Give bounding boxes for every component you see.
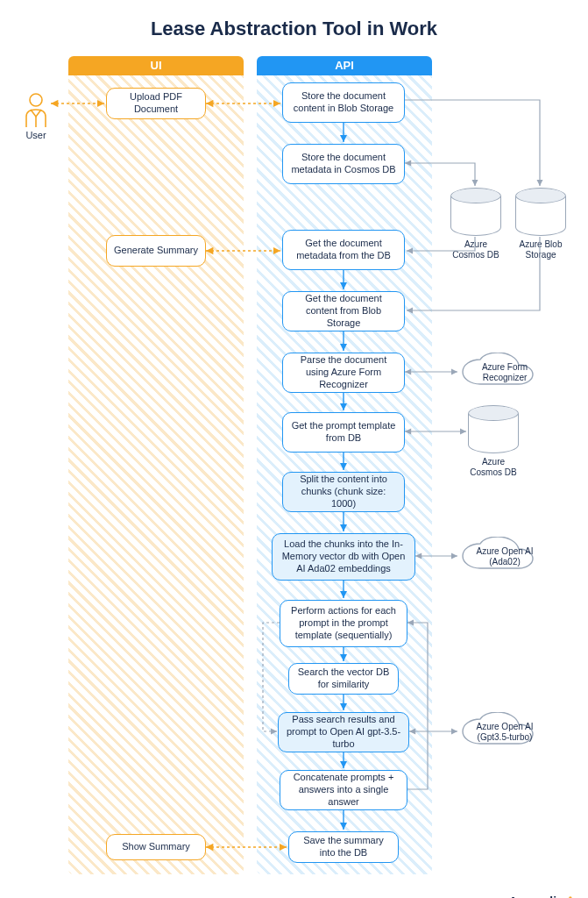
cloud-openai-gpt: Azure Open AI (Gpt3.5-turbo): [459, 712, 550, 751]
db-azure-blob: Azure Blob Storage: [515, 188, 566, 260]
node-parse-doc: Parse the document using Azure Form Reco…: [282, 353, 405, 393]
node-get-content: Get the document content from Blob Stora…: [282, 291, 405, 331]
db-blob-label: Azure Blob Storage: [515, 239, 566, 260]
node-concat-answers: Concatenate prompts + answers into a sin…: [280, 770, 407, 810]
node-show-summary: Show Summary: [106, 834, 206, 860]
node-get-prompt: Get the prompt template from DB: [282, 412, 405, 453]
node-save-summary: Save the summary into the DB: [288, 831, 399, 863]
swimlane-ui: UI: [68, 56, 244, 874]
node-generate-summary: Generate Summary: [106, 235, 206, 267]
diagram-canvas: UI API User Upload PDF Document Generate…: [14, 56, 574, 889]
node-get-meta: Get the document metadata from the DB: [282, 230, 405, 270]
node-store-blob: Store the document content in Blob Stora…: [282, 82, 405, 123]
user-icon: [21, 91, 51, 128]
db-cosmos-label-2: Azure Cosmos DB: [468, 457, 519, 478]
node-upload-pdf: Upload PDF Document: [106, 88, 206, 119]
node-load-vector-db: Load the chunks into the In-Memory vecto…: [272, 533, 415, 581]
brand-caret-icon: ^: [567, 894, 574, 898]
db-azure-cosmos-2: Azure Cosmos DB: [468, 405, 519, 478]
cloud-gpt-label: Azure Open AI (Gpt3.5-turbo): [466, 722, 543, 742]
node-store-meta: Store the document metadata in Cosmos DB: [282, 144, 405, 184]
cloud-openai-ada: Azure Open AI (Ada02): [459, 537, 550, 575]
database-icon: [450, 188, 501, 236]
cloud-form-recognizer: Azure Form Recognizer: [459, 353, 550, 391]
node-pass-to-gpt: Pass search results and prompt to Open A…: [278, 712, 409, 752]
swimlane-ui-header: UI: [68, 56, 244, 75]
user-label: User: [14, 130, 58, 140]
swimlane-api-header: API: [257, 56, 432, 75]
database-icon: [515, 188, 566, 236]
cloud-form-rec-label: Azure Form Recognizer: [466, 362, 543, 382]
page-title: Lease Abstraction Tool in Work: [14, 18, 574, 40]
svg-point-0: [30, 94, 42, 106]
node-search-vector: Search the vector DB for similarity: [288, 663, 399, 695]
db-cosmos-label-1: Azure Cosmos DB: [450, 239, 501, 260]
node-split-chunks: Split the content into chunks (chunk siz…: [282, 472, 405, 512]
user-actor: User: [14, 91, 58, 140]
db-azure-cosmos-1: Azure Cosmos DB: [450, 188, 501, 260]
footer-brand: Ascendix^: [509, 894, 574, 898]
cloud-ada-label: Azure Open AI (Ada02): [466, 546, 543, 567]
database-icon: [468, 405, 519, 453]
node-perform-prompts: Perform actions for each prompt in the p…: [280, 600, 407, 647]
brand-name: Ascendix: [509, 894, 563, 898]
